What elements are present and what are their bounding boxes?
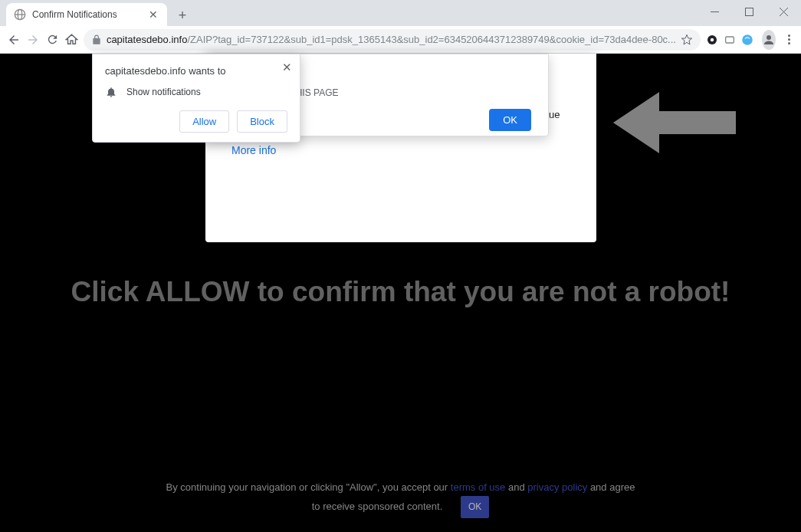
maximize-button[interactable] [732, 0, 767, 23]
more-info-link[interactable]: More info [231, 144, 276, 156]
profile-avatar[interactable] [762, 30, 776, 50]
close-window-button[interactable] [767, 0, 801, 23]
permission-close-icon[interactable]: ✕ [282, 61, 292, 74]
page-content: More info debo.info says OW TO CLOSE THI… [0, 54, 801, 532]
privacy-link[interactable]: privacy policy [527, 481, 587, 493]
menu-button[interactable] [783, 34, 795, 44]
headline-text: Click ALLOW to confirm that you are not … [0, 276, 801, 308]
footer-text-3: and agree [587, 481, 635, 493]
extension-icon-2[interactable] [724, 32, 736, 48]
svg-point-8 [711, 38, 714, 41]
svg-marker-12 [613, 92, 736, 153]
globe-icon [14, 8, 26, 21]
tab-close-icon[interactable]: ✕ [147, 8, 159, 21]
url-text: capitatesdebo.info/ZAIP?tag_id=737122&su… [107, 34, 676, 45]
footer-ok-button[interactable]: OK [461, 496, 489, 518]
window-controls [698, 0, 801, 23]
extension-icon-1[interactable] [705, 32, 719, 48]
new-tab-button[interactable]: + [172, 5, 193, 26]
browser-toolbar: capitatesdebo.info/ZAIP?tag_id=737122&su… [0, 26, 801, 54]
svg-rect-4 [746, 8, 753, 15]
tab-title: Confirm Notifications [32, 9, 147, 20]
svg-point-11 [767, 35, 771, 40]
star-icon[interactable] [681, 34, 693, 46]
address-bar[interactable]: capitatesdebo.info/ZAIP?tag_id=737122&su… [84, 29, 701, 51]
alert-ok-button[interactable]: OK [489, 109, 531, 131]
window-titlebar: Confirm Notifications ✕ + [0, 0, 801, 26]
permission-label: Show notifications [126, 87, 201, 97]
reload-button[interactable] [44, 29, 59, 51]
block-button[interactable]: Block [237, 110, 287, 133]
svg-rect-3 [711, 11, 719, 12]
extension-icon-3[interactable] [740, 32, 754, 48]
back-button[interactable] [6, 29, 21, 51]
svg-point-10 [742, 34, 753, 45]
footer-text-1: By continuing your navigation or clickin… [166, 481, 451, 493]
minimize-button[interactable] [698, 0, 732, 23]
svg-rect-9 [726, 37, 734, 43]
lock-icon [91, 34, 102, 45]
browser-tab[interactable]: Confirm Notifications ✕ [6, 3, 167, 26]
allow-button[interactable]: Allow [179, 110, 229, 133]
bell-icon [105, 86, 117, 98]
forward-button[interactable] [25, 29, 40, 51]
home-button[interactable] [64, 29, 79, 51]
peeking-text: ue [549, 109, 560, 120]
terms-link[interactable]: terms of use [451, 481, 506, 493]
notification-permission-prompt: ✕ capitatesdebo.info wants to Show notif… [92, 54, 300, 143]
footer-bar: By continuing your navigation or clickin… [0, 480, 801, 518]
footer-text-4: to receive sponsored content. [312, 501, 443, 512]
footer-text-2: and [505, 481, 527, 493]
permission-title: capitatesdebo.info wants to [105, 65, 287, 77]
arrow-graphic [613, 84, 736, 164]
